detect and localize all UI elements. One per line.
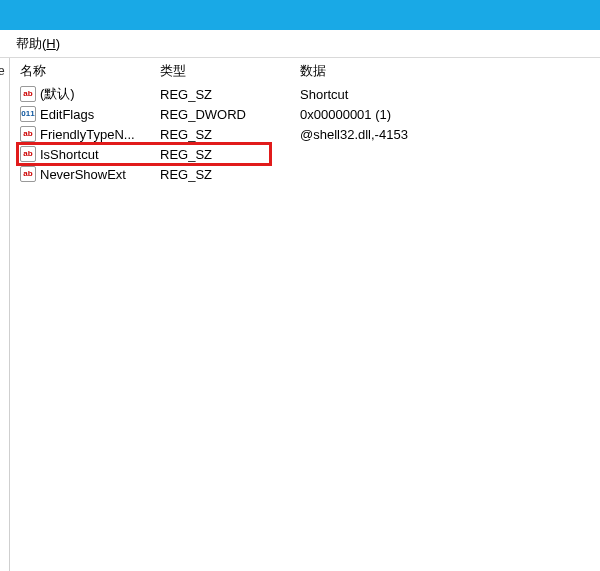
value-data: @shell32.dll,-4153 xyxy=(300,127,600,142)
value-type: REG_SZ xyxy=(160,87,300,102)
window-titlebar[interactable] xyxy=(0,0,600,30)
values-pane: 名称 类型 数据 ab (默认) REG_SZ Shortcut 011 Edi… xyxy=(10,58,600,571)
value-name: (默认) xyxy=(40,85,75,103)
value-name: FriendlyTypeN... xyxy=(40,127,135,142)
string-value-icon: ab xyxy=(20,86,36,102)
menu-help-label: 帮助 xyxy=(16,36,42,51)
value-row[interactable]: ab NeverShowExt REG_SZ xyxy=(10,164,600,184)
string-value-icon: ab xyxy=(20,126,36,142)
col-header-name[interactable]: 名称 xyxy=(20,62,160,80)
value-name: EditFlags xyxy=(40,107,94,122)
value-type: REG_SZ xyxy=(160,127,300,142)
values-list: 名称 类型 数据 ab (默认) REG_SZ Shortcut 011 Edi… xyxy=(10,58,600,184)
tree-fragment: e xyxy=(0,64,5,78)
string-value-icon: ab xyxy=(20,146,36,162)
value-name: IsShortcut xyxy=(40,147,99,162)
value-row[interactable]: ab IsShortcut REG_SZ xyxy=(10,144,600,164)
value-data: Shortcut xyxy=(300,87,600,102)
string-value-icon: ab xyxy=(20,166,36,182)
client-area: e 名称 类型 数据 ab (默认) REG_SZ Shortcut 011 E… xyxy=(0,58,600,571)
value-name: NeverShowExt xyxy=(40,167,126,182)
col-header-type[interactable]: 类型 xyxy=(160,62,300,80)
column-headers[interactable]: 名称 类型 数据 xyxy=(10,58,600,84)
value-type: REG_SZ xyxy=(160,167,300,182)
value-row[interactable]: ab FriendlyTypeN... REG_SZ @shell32.dll,… xyxy=(10,124,600,144)
value-type: REG_DWORD xyxy=(160,107,300,122)
value-row[interactable]: ab (默认) REG_SZ Shortcut xyxy=(10,84,600,104)
tree-pane[interactable]: e xyxy=(0,58,10,571)
dword-value-icon: 011 xyxy=(20,106,36,122)
value-data: 0x00000001 (1) xyxy=(300,107,600,122)
menu-help-accel: H xyxy=(46,36,55,51)
menu-help[interactable]: 帮助(H) xyxy=(10,33,66,55)
col-header-data[interactable]: 数据 xyxy=(300,62,600,80)
menu-bar: 帮助(H) xyxy=(0,30,600,58)
value-row[interactable]: 011 EditFlags REG_DWORD 0x00000001 (1) xyxy=(10,104,600,124)
value-type: REG_SZ xyxy=(160,147,300,162)
